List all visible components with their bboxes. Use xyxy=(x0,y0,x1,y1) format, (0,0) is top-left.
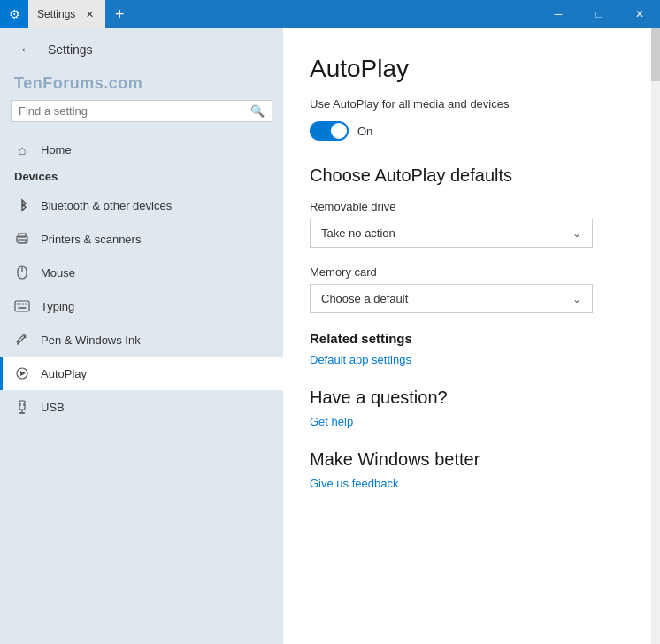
usb-icon xyxy=(14,399,30,415)
tab-label: Settings xyxy=(37,8,75,20)
defaults-heading: Choose AutoPlay defaults xyxy=(310,165,625,186)
titlebar: ⚙ Settings ✕ + ─ □ ✕ xyxy=(0,0,660,28)
sidebar-item-bluetooth[interactable]: Bluetooth & other devices xyxy=(0,188,283,222)
app-icon: ⚙ xyxy=(0,0,28,28)
svg-rect-5 xyxy=(15,301,29,311)
removable-drive-dropdown[interactable]: Take no action ⌄ xyxy=(310,218,593,248)
usb-label: USB xyxy=(41,401,65,414)
home-label: Home xyxy=(41,143,72,157)
sidebar: ← Settings TenForums.com 🔍 ⌂ Home Device… xyxy=(0,28,283,644)
main-panel: AutoPlay Use AutoPlay for all media and … xyxy=(283,28,660,644)
printers-icon xyxy=(14,231,30,247)
settings-tab[interactable]: Settings ✕ xyxy=(28,0,105,28)
home-icon: ⌂ xyxy=(14,142,30,157)
sidebar-item-pen[interactable]: Pen & Windows Ink xyxy=(0,323,283,356)
sidebar-item-autoplay[interactable]: AutoPlay xyxy=(0,356,283,390)
tab-close-button[interactable]: ✕ xyxy=(82,7,96,21)
autoplay-icon xyxy=(14,365,30,381)
memory-card-value: Choose a default xyxy=(321,292,408,305)
chevron-down-icon: ⌄ xyxy=(572,227,581,240)
search-box[interactable]: 🔍 xyxy=(11,100,272,122)
get-help-link[interactable]: Get help xyxy=(310,415,625,428)
new-tab-button[interactable]: + xyxy=(105,0,134,28)
watermark: TenForums.com xyxy=(0,71,283,100)
chevron-down-icon-2: ⌄ xyxy=(572,293,581,305)
tab-bar: Settings ✕ + xyxy=(28,0,538,28)
autoplay-description: Use AutoPlay for all media and devices xyxy=(310,97,625,111)
sidebar-item-home[interactable]: ⌂ Home xyxy=(0,133,283,166)
svg-marker-12 xyxy=(20,371,26,376)
mouse-icon xyxy=(14,264,30,280)
toggle-row: On xyxy=(310,121,625,141)
search-input[interactable] xyxy=(19,104,243,118)
sidebar-section-label: Devices xyxy=(0,166,283,188)
autoplay-label: AutoPlay xyxy=(41,367,87,380)
question-heading: Have a question? xyxy=(310,387,625,408)
sidebar-item-mouse[interactable]: Mouse xyxy=(0,256,283,289)
scrollbar-track xyxy=(651,28,660,644)
bluetooth-icon xyxy=(14,197,30,213)
printers-label: Printers & scanners xyxy=(41,233,141,246)
mouse-label: Mouse xyxy=(41,266,75,280)
make-better-heading: Make Windows better xyxy=(310,449,625,470)
window-controls: ─ □ ✕ xyxy=(538,0,660,28)
app-body: ← Settings TenForums.com 🔍 ⌂ Home Device… xyxy=(0,28,660,644)
pen-label: Pen & Windows Ink xyxy=(41,334,141,347)
scrollbar-thumb[interactable] xyxy=(651,28,660,81)
search-icon: 🔍 xyxy=(250,104,265,118)
typing-icon xyxy=(14,298,30,314)
bluetooth-label: Bluetooth & other devices xyxy=(41,199,172,212)
sidebar-header: ← Settings xyxy=(0,28,283,71)
typing-label: Typing xyxy=(41,300,74,313)
page-title: AutoPlay xyxy=(310,55,625,83)
pen-icon xyxy=(14,332,30,348)
removable-drive-value: Take no action xyxy=(321,226,395,240)
memory-card-label: Memory card xyxy=(310,265,625,279)
autoplay-toggle[interactable] xyxy=(310,121,349,141)
sidebar-item-printers[interactable]: Printers & scanners xyxy=(0,222,283,256)
memory-card-dropdown[interactable]: Choose a default ⌄ xyxy=(310,284,593,313)
related-settings-heading: Related settings xyxy=(310,331,625,346)
maximize-button[interactable]: □ xyxy=(579,0,619,28)
close-button[interactable]: ✕ xyxy=(619,0,660,28)
minimize-button[interactable]: ─ xyxy=(538,0,579,28)
sidebar-title: Settings xyxy=(48,42,93,57)
feedback-link[interactable]: Give us feedback xyxy=(310,477,625,490)
default-app-link[interactable]: Default app settings xyxy=(310,353,625,366)
sidebar-item-usb[interactable]: USB xyxy=(0,390,283,424)
back-button[interactable]: ← xyxy=(14,37,39,62)
toggle-label: On xyxy=(357,125,372,138)
removable-drive-label: Removable drive xyxy=(310,200,625,213)
sidebar-item-typing[interactable]: Typing xyxy=(0,289,283,323)
